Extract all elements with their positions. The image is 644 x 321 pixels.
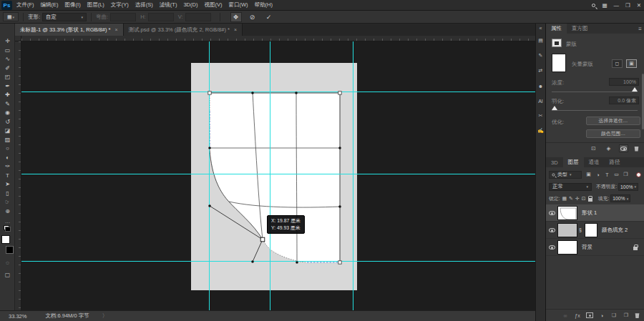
layer-filter-dropdown[interactable]: 类型 ▾ <box>549 171 582 179</box>
menu-item[interactable]: 帮助(H) <box>255 1 273 9</box>
zoom-tool[interactable]: ⊕ <box>1 207 14 217</box>
tab-properties[interactable]: 属性 <box>546 24 567 34</box>
tab-图层[interactable]: 图层 <box>563 157 584 167</box>
rectangular-marquee-tool[interactable]: ▭ <box>1 46 14 56</box>
expand-panels-icon[interactable]: « <box>540 26 542 31</box>
lock-position-icon[interactable]: ✛ <box>575 196 580 202</box>
rectangle-tool[interactable]: ▯ <box>1 189 14 199</box>
lock-all-icon[interactable] <box>588 198 592 202</box>
opacity-field[interactable]: 100% ▾ <box>618 183 638 191</box>
mask-visibility-icon[interactable] <box>619 144 628 152</box>
menu-item[interactable]: 图像(I) <box>65 1 81 9</box>
layer-thumbnail[interactable] <box>557 223 577 237</box>
actions-panel-icon[interactable]: ✂ <box>536 110 545 122</box>
cancel-transform-button[interactable]: ⊘ <box>247 12 258 22</box>
color-swatches[interactable] <box>1 235 14 254</box>
feather-slider-knob[interactable] <box>552 106 557 110</box>
quick-mask-button[interactable]: ◌ <box>6 260 9 266</box>
feather-value[interactable]: 0.0 像素 <box>609 97 639 104</box>
feather-slider[interactable] <box>552 110 638 111</box>
path-selection-tool[interactable]: ➤ <box>1 180 14 189</box>
layer-effects-icon[interactable]: ƒx <box>574 313 581 318</box>
new-layer-icon[interactable]: ❐ <box>623 312 630 318</box>
eyedropper-tool[interactable]: ✒ <box>1 82 14 92</box>
ruler-origin-box[interactable] <box>15 36 21 41</box>
quick-selection-tool[interactable]: ✐ <box>1 64 14 74</box>
workspace-icon[interactable]: ▦ <box>602 2 607 9</box>
lasso-tool[interactable]: ∿ <box>1 55 14 64</box>
add-vector-mask-button[interactable]: ▣ <box>626 59 637 68</box>
fill-field[interactable]: 100% ▾ <box>610 194 630 202</box>
select-and-mask-button[interactable]: 选择并遮住… <box>586 117 640 125</box>
search-icon[interactable] <box>592 4 595 7</box>
close-icon[interactable]: × <box>114 27 117 32</box>
layer-row-shape-1[interactable]: 形状 1 <box>546 204 644 222</box>
visibility-eye-icon[interactable] <box>549 211 555 215</box>
delete-layer-icon[interactable] <box>635 312 640 318</box>
tab-histogram[interactable]: 直方图 <box>567 24 593 34</box>
menu-item[interactable]: 文字(Y) <box>111 1 129 9</box>
maximize-button[interactable]: ❐ <box>625 2 630 9</box>
add-pixel-mask-button[interactable]: ◻ <box>612 59 623 68</box>
menu-item[interactable]: 3D(D) <box>183 1 197 9</box>
density-value[interactable]: 100% <box>609 78 639 86</box>
menu-item[interactable]: 图层(L) <box>87 1 104 9</box>
layer-name[interactable]: 背景 <box>582 244 592 251</box>
tab-通道[interactable]: 通道 <box>584 157 605 167</box>
zoom-level-field[interactable]: 33.32% <box>9 313 26 320</box>
layer-row-background[interactable]: 背景 <box>546 239 644 256</box>
layer-name[interactable]: 颜色填充 2 <box>602 227 628 234</box>
new-group-icon[interactable]: ❏ <box>610 312 618 318</box>
menu-item[interactable]: 文件(F) <box>16 1 34 9</box>
layer-thumbnail[interactable] <box>557 240 577 255</box>
toggle-warp-mode-button[interactable]: ❖ <box>230 12 242 22</box>
filter-adjustment-layers-icon[interactable]: ◑ <box>594 171 602 179</box>
canvas[interactable] <box>15 36 535 310</box>
ai-panel-icon[interactable]: AI <box>536 95 545 107</box>
menu-item[interactable]: 窗口(W) <box>228 1 248 9</box>
blend-mode-dropdown[interactable]: 正常 ▾ <box>549 183 592 191</box>
swatches-panel-icon[interactable]: ▤ <box>536 35 545 46</box>
document-tab-untitled[interactable]: 未标题-1 @ 33.3% (形状 1, RGB/8#) * × <box>15 24 124 36</box>
dodge-tool[interactable]: ◐ <box>1 154 14 163</box>
tool-preset-button[interactable]: ▦ ▾ <box>3 12 19 21</box>
history-brush-tool[interactable]: ↺ <box>1 118 14 127</box>
status-options-arrow[interactable]: 〉 <box>102 312 108 320</box>
filter-pixel-layers-icon[interactable]: ▣ <box>585 171 592 179</box>
layer-filter-toggle[interactable] <box>636 172 641 177</box>
vector-mask-thumbnail[interactable] <box>552 54 566 72</box>
layer-mask-thumbnail[interactable] <box>585 223 597 237</box>
crop-tool[interactable]: ◰ <box>1 73 14 82</box>
add-layer-mask-icon[interactable] <box>586 312 593 318</box>
menu-item[interactable]: 滤镜(T) <box>160 1 177 9</box>
brush-tool[interactable]: ✎ <box>1 100 14 109</box>
filter-shape-layers-icon[interactable]: ▭ <box>613 171 620 179</box>
density-slider-knob[interactable] <box>632 87 638 92</box>
layer-thumbnail[interactable] <box>557 206 577 220</box>
clone-stamp-tool[interactable]: ◉ <box>1 109 14 118</box>
vertical-ruler[interactable] <box>15 41 21 310</box>
lock-artboard-icon[interactable]: ⊡ <box>582 196 586 202</box>
tab-3D[interactable]: 3D <box>546 157 563 167</box>
selected-anchor[interactable] <box>260 237 265 242</box>
filter-smart-objects-icon[interactable]: ❐ <box>622 171 630 179</box>
commit-transform-button[interactable]: ✓ <box>263 12 275 22</box>
screen-mode-button[interactable]: ▢ <box>5 272 11 278</box>
foreground-color-swatch[interactable] <box>1 235 10 244</box>
menu-item[interactable]: 视图(V) <box>204 1 222 9</box>
tab-路径[interactable]: 路径 <box>605 157 625 167</box>
link-layers-icon[interactable]: ∞ <box>562 313 569 318</box>
delete-mask-icon[interactable] <box>634 146 639 152</box>
horizontal-ruler[interactable] <box>21 36 535 41</box>
minimize-button[interactable]: — <box>613 2 619 9</box>
move-tool[interactable]: ✛ <box>1 37 14 46</box>
pen-tool[interactable]: ✑ <box>1 162 14 172</box>
blur-tool[interactable]: ○ <box>1 144 14 154</box>
document-tab-test-psd[interactable]: 测试.psd @ 33.3% (颜色填充 2, RGB/8#) * × <box>124 24 243 36</box>
tool-presets-panel-icon[interactable]: ✍ <box>536 125 545 137</box>
menu-item[interactable]: 选择(S) <box>135 1 153 9</box>
apply-mask-icon[interactable]: ◈ <box>604 144 613 152</box>
density-slider[interactable] <box>552 92 638 92</box>
background-color-swatch[interactable] <box>6 246 14 254</box>
close-icon[interactable]: × <box>234 27 237 32</box>
